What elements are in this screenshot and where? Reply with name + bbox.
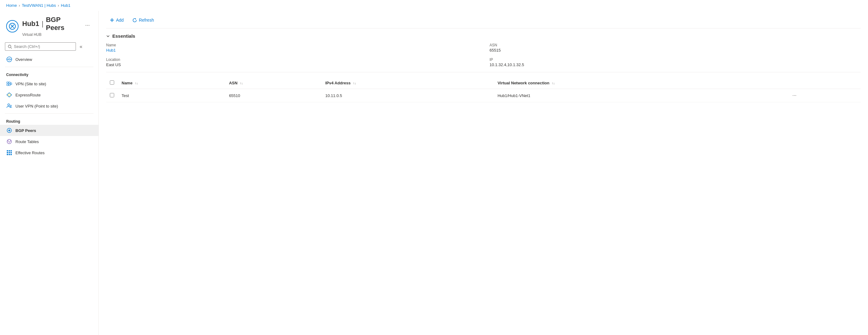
routing-divider [5, 113, 93, 114]
svg-line-24 [8, 141, 9, 142]
sort-ipv4-icon[interactable]: ↑↓ [353, 82, 356, 85]
svg-point-20 [7, 139, 11, 144]
svg-rect-7 [7, 82, 8, 83]
essentials-grid: Name Hub1 ASN 65515 Location East US [106, 43, 861, 67]
more-options-button[interactable]: ... [83, 20, 92, 28]
table-header-checkbox-cell [106, 77, 118, 89]
resource-title: Hub1 | BGP Peers ... [22, 16, 92, 32]
essentials-location: Location East US [106, 57, 477, 67]
table-header-name[interactable]: Name ↑↓ [118, 77, 225, 89]
svg-rect-33 [9, 154, 10, 155]
bgp-peers-table: Name ↑↓ ASN ↑↓ IPv4 Address ↑↓ Virtual [106, 77, 861, 102]
sort-name-icon[interactable]: ↑↓ [135, 82, 138, 85]
table-header-actions [786, 77, 861, 89]
svg-point-14 [8, 104, 9, 106]
svg-rect-30 [9, 152, 10, 153]
svg-rect-10 [9, 84, 10, 86]
essentials-name-value: Hub1 [106, 48, 477, 53]
user-vpn-icon [6, 103, 12, 109]
refresh-icon [132, 18, 137, 23]
essentials-name-link[interactable]: Hub1 [106, 48, 116, 53]
sidebar-item-user-vpn-label: User VPN (Point to site) [16, 104, 58, 109]
svg-rect-34 [10, 154, 12, 155]
essentials-ip-label: IP [490, 57, 861, 62]
essentials-name: Name Hub1 [106, 43, 477, 53]
sidebar-item-overview[interactable]: Overview [0, 54, 98, 65]
connectivity-section-label: Connectivity [0, 69, 98, 78]
expressroute-icon [6, 92, 12, 98]
essentials-location-value: East US [106, 62, 477, 67]
essentials-ip: IP 10.1.32.4,10.1.32.5 [490, 57, 861, 67]
table-header-asn[interactable]: ASN ↑↓ [225, 77, 321, 89]
essentials-asn: ASN 65515 [490, 43, 861, 53]
sidebar-item-vpn-label: VPN (Site to site) [16, 82, 46, 86]
table-header-ipv4[interactable]: IPv4 Address ↑↓ [321, 77, 494, 89]
table-section: Name ↑↓ ASN ↑↓ IPv4 Address ↑↓ Virtual [106, 77, 861, 102]
svg-line-25 [9, 141, 10, 142]
sidebar-item-overview-label: Overview [16, 57, 32, 62]
bgp-peers-icon [6, 127, 12, 134]
row-checkbox-cell [106, 89, 118, 102]
resource-subtitle: Virtual HUB [22, 32, 92, 37]
svg-rect-32 [7, 154, 8, 155]
svg-rect-11 [10, 83, 12, 85]
svg-point-19 [9, 130, 10, 131]
svg-rect-29 [7, 152, 8, 153]
sidebar-item-user-vpn[interactable]: User VPN (Point to site) [0, 101, 98, 112]
refresh-button[interactable]: Refresh [129, 16, 158, 24]
svg-rect-8 [9, 82, 10, 83]
sidebar: Hub1 | BGP Peers ... Virtual HUB « [0, 11, 99, 335]
sort-vnet-icon[interactable]: ↑↓ [552, 82, 555, 85]
essentials-location-label: Location [106, 57, 477, 62]
breadcrumb-hub1[interactable]: Hub1 [61, 3, 70, 8]
svg-line-4 [11, 47, 12, 49]
breadcrumb-sep-1: › [19, 3, 20, 8]
table-row: Test 65510 10.11.0.5 Hub1/Hub1-VNet1 ··· [106, 89, 861, 102]
search-icon [8, 45, 12, 49]
svg-point-15 [10, 105, 11, 106]
svg-marker-13 [8, 94, 11, 96]
breadcrumb: Home › TestVWAN1 | Hubs › Hub1 [0, 0, 868, 11]
essentials-chevron-icon [106, 34, 110, 38]
essentials-name-label: Name [106, 43, 477, 47]
essentials-asn-value: 65515 [490, 48, 861, 53]
connectivity-divider [5, 67, 93, 67]
svg-rect-26 [7, 150, 8, 151]
sidebar-item-vpn[interactable]: VPN (Site to site) [0, 78, 98, 89]
sidebar-item-bgp-peers-label: BGP Peers [16, 128, 36, 133]
hub-icon [9, 23, 16, 30]
search-area: « [0, 39, 98, 54]
svg-rect-31 [10, 152, 12, 153]
main-content: Add Refresh Essentials Name [99, 11, 868, 335]
sidebar-item-effective-routes[interactable]: Effective Routes [0, 147, 98, 158]
breadcrumb-home[interactable]: Home [6, 3, 17, 8]
sort-asn-icon[interactable]: ↑↓ [240, 82, 243, 85]
resource-title-area: Hub1 | BGP Peers ... Virtual HUB [22, 16, 92, 37]
overview-icon [6, 56, 12, 62]
breadcrumb-vwan[interactable]: TestVWAN1 | Hubs [22, 3, 56, 8]
vpn-icon [6, 81, 12, 87]
row-checkbox[interactable] [110, 93, 114, 97]
sidebar-item-route-tables-label: Route Tables [16, 139, 39, 144]
collapse-sidebar-button[interactable]: « [77, 43, 85, 51]
sidebar-item-expressroute[interactable]: ExpressRoute [0, 89, 98, 101]
essentials-section: Essentials Name Hub1 ASN 65515 Location [106, 28, 861, 72]
add-button[interactable]: Add [106, 16, 127, 24]
select-all-checkbox[interactable] [110, 80, 114, 85]
sidebar-item-route-tables[interactable]: Route Tables [0, 136, 98, 147]
search-input[interactable] [14, 44, 73, 49]
toolbar: Add Refresh [106, 11, 861, 28]
table-header-vnet[interactable]: Virtual Network connection ↑↓ [494, 77, 786, 89]
essentials-header[interactable]: Essentials [106, 33, 861, 39]
search-box[interactable] [5, 42, 76, 51]
sidebar-item-bgp-peers[interactable]: BGP Peers [0, 125, 98, 136]
essentials-asn-label: ASN [490, 43, 861, 47]
route-tables-icon [6, 138, 12, 145]
resource-header: Hub1 | BGP Peers ... Virtual HUB [0, 11, 98, 39]
row-ipv4: 10.11.0.5 [321, 89, 494, 102]
row-more-button[interactable]: ··· [790, 92, 799, 99]
breadcrumb-sep-2: › [58, 3, 59, 8]
table-header-row: Name ↑↓ ASN ↑↓ IPv4 Address ↑↓ Virtual [106, 77, 861, 89]
row-name: Test [118, 89, 225, 102]
effective-routes-icon [6, 149, 12, 156]
